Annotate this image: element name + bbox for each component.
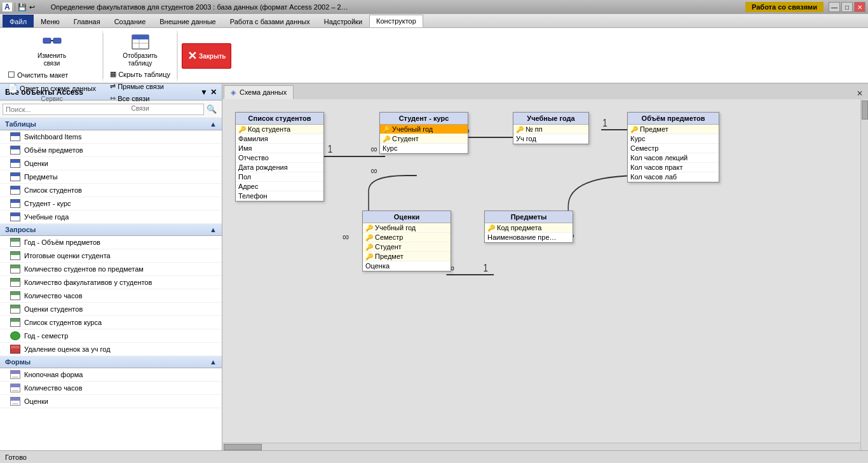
field-student-g: 🔑 Студент	[363, 242, 451, 252]
nav-item-q4[interactable]: Количество факультативов у студентов	[0, 276, 222, 289]
nav-item-f3[interactable]: Оценки	[0, 395, 222, 408]
panel-header-icons: ▼ ✕	[200, 88, 217, 97]
tools-group-label: Сервис	[41, 95, 62, 102]
table-subjects[interactable]: Предметы 🔑 Код предмета Наименование пре…	[484, 211, 573, 243]
field-academic-year-sc: 🔑 Учебный год	[380, 125, 468, 134]
key-icon-academic-year: 🔑	[383, 126, 390, 133]
display-table-btn[interactable]: Отобразитьтаблицу	[120, 31, 160, 69]
field-name: Имя	[236, 144, 323, 153]
tab-file[interactable]: Файл	[3, 15, 34, 27]
form-icon-f2	[10, 384, 20, 392]
tab-schema[interactable]: ◈ Схема данных	[224, 85, 294, 99]
nav-item-label-f2: Количество часов	[24, 384, 83, 392]
all-links-btn[interactable]: ⇿ Все связи	[107, 93, 173, 104]
query-icon-q3	[10, 265, 20, 273]
change-connections-btn[interactable]: Изменитьсвязи	[35, 31, 69, 69]
nav-item-label-q9: Удаление оценок за уч год	[24, 345, 111, 353]
nav-item-studentcourse[interactable]: Студент - курс	[0, 197, 222, 211]
nav-item-label-q2: Итоговые оценки студента	[24, 252, 111, 259]
key-icon-semester-g: 🔑	[365, 234, 373, 241]
tables-section-header[interactable]: Таблицы ▲	[0, 118, 222, 130]
field-patronymic: Отчество	[236, 153, 323, 163]
nav-item-volume[interactable]: Объём предметов	[0, 144, 222, 157]
nav-item-q5[interactable]: Количество часов	[0, 289, 222, 303]
search-input[interactable]	[3, 104, 204, 115]
form-icon-f1	[10, 370, 20, 379]
nav-item-q6[interactable]: Оценки студентов	[0, 303, 222, 316]
diagram-scrollbar-v[interactable]	[860, 99, 868, 450]
queries-section-header[interactable]: Запросы ▲	[0, 224, 222, 236]
links-group-label: Связи	[132, 105, 149, 112]
clear-layout-label: Очистить макет	[17, 71, 68, 79]
tab-database[interactable]: Работа с базами данных	[223, 15, 317, 27]
nav-item-f2[interactable]: Количество часов	[0, 382, 222, 395]
tab-menu[interactable]: Меню	[34, 15, 67, 27]
nav-item-grades[interactable]: Оценки	[0, 157, 222, 170]
tab-create[interactable]: Создание	[107, 15, 153, 27]
key-icon-academic-year-g: 🔑	[365, 225, 373, 232]
tab-area-close[interactable]: ✕	[853, 88, 867, 99]
hide-table-btn[interactable]: ▦ Скрыть таблицу	[107, 69, 173, 79]
ribbon-group-tools: Изменитьсвязи ☐ Очистить макет 📄 Отчет п…	[1, 31, 103, 81]
field-lecture-hours: Кол часов лекций	[628, 153, 719, 163]
direct-links-btn[interactable]: ⇌ Прямые связи	[107, 81, 173, 92]
close-btn[interactable]: ✕	[854, 2, 865, 12]
nav-item-label-q7: Список студентов курса	[24, 319, 102, 326]
table-volume-subjects[interactable]: Объём предметов 🔑 Предмет Курс Семестр К…	[627, 112, 719, 183]
nav-item-label-q4: Количество факультативов у студентов	[24, 279, 152, 286]
table-student-list[interactable]: Список студентов 🔑 Код студента Фамилия …	[235, 112, 324, 202]
svg-text:1: 1	[328, 144, 332, 155]
tab-bar: ◈ Схема данных ✕	[222, 84, 868, 99]
query-icon-q9	[10, 345, 20, 354]
report-schema-btn[interactable]: 📄 Отчет по схеме данных	[5, 82, 98, 94]
nav-item-label-grades: Оценки	[24, 160, 48, 167]
forms-section-header[interactable]: Формы ▲	[0, 356, 222, 368]
tab-home[interactable]: Главная	[67, 15, 107, 27]
quick-access-undo[interactable]: ↩	[29, 3, 35, 11]
nav-item-q2[interactable]: Итоговые оценки студента	[0, 249, 222, 263]
table-academic-years[interactable]: Учебные года 🔑 № пп Уч год	[513, 112, 589, 144]
field-subject-vs: 🔑 Предмет	[628, 125, 719, 134]
nav-item-label-volume: Объём предметов	[24, 146, 83, 154]
clear-layout-btn[interactable]: ☐ Очистить макет	[5, 69, 98, 81]
nav-item-f1[interactable]: Кнопочная форма	[0, 368, 222, 382]
forms-label: Формы	[5, 358, 31, 366]
close-schema-btn[interactable]: ✕ Закрыть	[182, 43, 232, 69]
nav-item-q8[interactable]: Год - семестр	[0, 329, 222, 343]
nav-item-studentlist[interactable]: Список студентов	[0, 184, 222, 197]
diagram-canvas[interactable]: 1 ∞ ∞ 1 1 ∞ ∞ ∞ ∞ 1 ∞	[222, 99, 868, 450]
query-icon-q6	[10, 305, 20, 314]
nav-item-academicyears[interactable]: Учебные года	[0, 211, 222, 224]
table-icon-volume	[10, 146, 20, 155]
nav-list: Таблицы ▲ Switchboard Items Объём предме…	[0, 118, 222, 450]
tab-addins[interactable]: Надстройки	[317, 15, 369, 27]
nav-item-switchboard[interactable]: Switchboard Items	[0, 130, 222, 144]
panel-collapse-icon[interactable]: ✕	[210, 88, 217, 97]
query-icon-q8	[10, 331, 20, 340]
left-panel: Все объекты Access ▼ ✕ 🔍 Таблицы ▲ Switc…	[0, 84, 222, 450]
nav-item-q9[interactable]: Удаление оценок за уч год	[0, 343, 222, 356]
field-num-pp: 🔑 № пп	[513, 125, 588, 134]
minimize-btn[interactable]: —	[829, 2, 840, 12]
table-student-list-header: Список студентов	[236, 113, 323, 125]
nav-item-subjects[interactable]: Предметы	[0, 170, 222, 184]
nav-item-q1[interactable]: Год - Объём предметов	[0, 236, 222, 249]
field-practice-hours: Кол часов практ	[628, 163, 719, 172]
tab-external[interactable]: Внешние данные	[153, 15, 222, 27]
table-icon-academicyears	[10, 212, 20, 221]
maximize-btn[interactable]: □	[841, 2, 853, 12]
quick-access-redo[interactable]: ↪	[37, 3, 43, 11]
search-button[interactable]: 🔍	[204, 103, 219, 115]
panel-menu-icon[interactable]: ▼	[200, 88, 208, 97]
clear-layout-icon: ☐	[8, 70, 15, 79]
ribbon-tabs: Файл Меню Главная Создание Внешние данны…	[0, 14, 868, 28]
main-area: Все объекты Access ▼ ✕ 🔍 Таблицы ▲ Switc…	[0, 84, 868, 450]
nav-item-q3[interactable]: Количество студентов по предметам	[0, 263, 222, 276]
table-student-course[interactable]: Студент - курс 🔑 Учебный год 🔑 Студент К…	[379, 112, 468, 154]
tab-constructor[interactable]: Конструктор	[369, 15, 423, 27]
quick-access-save[interactable]: 💾	[18, 3, 27, 11]
diagram-scrollbar-h[interactable]	[222, 443, 860, 450]
nav-item-q7[interactable]: Список студентов курса	[0, 316, 222, 329]
change-connections-label: Изменитьсвязи	[37, 52, 66, 67]
table-grades[interactable]: Оценки 🔑 Учебный год 🔑 Семестр 🔑 Студент…	[362, 211, 451, 272]
